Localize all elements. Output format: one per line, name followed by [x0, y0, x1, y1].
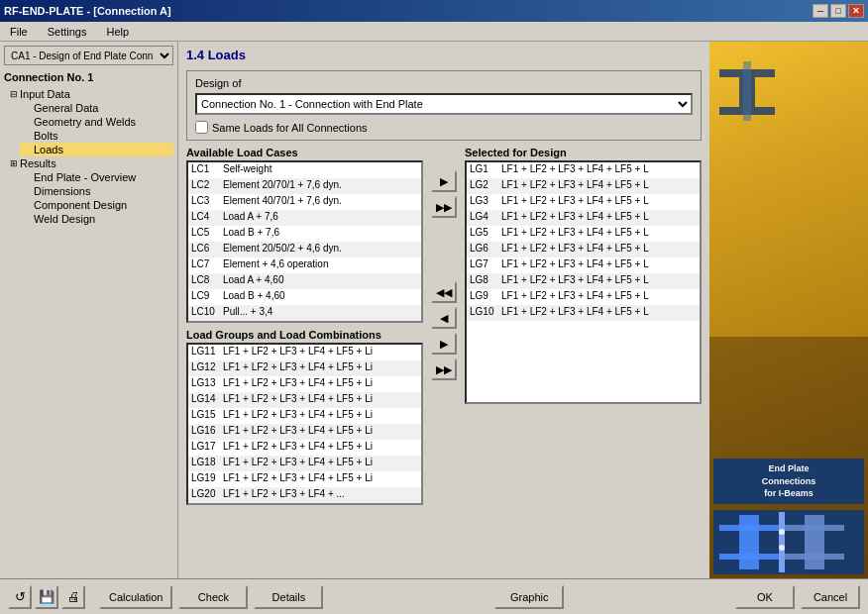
menu-file[interactable]: File	[4, 24, 34, 40]
load-group-item[interactable]: LG14LF1 + LF2 + LF3 + LF4 + LF5 + Li	[188, 392, 421, 408]
content-area: 1.4 Loads Design of Connection No. 1 - C…	[178, 42, 709, 578]
load-group-item[interactable]: LG12LF1 + LF2 + LF3 + LF4 + LF5 + Li	[188, 360, 421, 376]
design-dropdown-row: Connection No. 1 - Connection with End P…	[195, 93, 693, 115]
refresh-icon-button[interactable]: ↺	[8, 585, 32, 609]
loads-label: Loads	[34, 144, 63, 155]
selected-design-item[interactable]: LG8LF1 + LF2 + LF3 + LF4 + LF5 + L	[467, 273, 700, 289]
brand-subtitle-3: for I-Beams	[764, 488, 814, 498]
upper-arrows: ▶ ▶▶	[431, 170, 457, 218]
load-group-item[interactable]: LG20LF1 + LF2 + LF3 + LF4 + ...	[188, 487, 421, 503]
tree-end-plate-overview[interactable]: End Plate - Overview	[20, 170, 173, 184]
load-group-item[interactable]: LG16LF1 + LF2 + LF3 + LF4 + LF5 + Li	[188, 424, 421, 440]
details-button[interactable]: Details	[254, 585, 323, 609]
available-load-cases-title: Available Load Cases	[186, 147, 423, 158]
load-group-item[interactable]: LG11LF1 + LF2 + LF3 + LF4 + LF5 + Li	[188, 345, 421, 360]
same-loads-checkbox[interactable]	[195, 121, 208, 134]
move-left-button[interactable]: ◀	[431, 307, 457, 329]
selected-design-item[interactable]: LG6LF1 + LF2 + LF3 + LF4 + LF5 + L	[467, 242, 700, 257]
design-of-panel: Design of Connection No. 1 - Connection …	[186, 70, 702, 141]
selected-design-item[interactable]: LG9LF1 + LF2 + LF3 + LF4 + LF5 + L	[467, 289, 700, 305]
load-case-item[interactable]: LC2Element 20/70/1 + 7,6 dyn.	[188, 178, 421, 194]
lower-arrows: ◀◀ ◀ ▶ ▶▶	[431, 281, 457, 380]
tree-section: ⊟ Input Data General Data Geometry and W…	[6, 87, 173, 226]
tree-input-data[interactable]: ⊟ Input Data	[6, 87, 173, 101]
svg-rect-9	[805, 515, 824, 569]
tree-results[interactable]: ⊞ Results	[6, 156, 173, 170]
brand-subtitle: End Plate Connections for I-Beams	[713, 459, 864, 504]
move-lg-right-button[interactable]: ▶	[431, 333, 457, 355]
brand-subtitle-1: End Plate	[768, 463, 809, 473]
tree-general-data[interactable]: General Data	[20, 101, 173, 115]
load-group-item[interactable]: LG15LF1 + LF2 + LF3 + LF4 + LF5 + Li	[188, 408, 421, 424]
load-case-item[interactable]: LC1Self-weight	[188, 162, 421, 178]
move-all-right-button[interactable]: ▶▶	[431, 196, 457, 218]
load-case-item[interactable]: LC10Pull... + 3,4	[188, 305, 421, 321]
svg-point-12	[779, 545, 785, 551]
tree-bolts[interactable]: Bolts	[20, 129, 173, 143]
tree-geometry-welds[interactable]: Geometry and Welds	[20, 115, 173, 129]
general-data-label: General Data	[34, 102, 98, 114]
component-design-label: Component Design	[34, 199, 127, 211]
selected-design-item[interactable]: LG2LF1 + LF2 + LF3 + LF4 + LF5 + L	[467, 178, 700, 194]
load-group-item[interactable]: LG13LF1 + LF2 + LF3 + LF4 + LF5 + Li	[188, 376, 421, 392]
ok-button[interactable]: OK	[735, 585, 795, 609]
design-dropdown[interactable]: Connection No. 1 - Connection with End P…	[195, 93, 693, 115]
move-right-button[interactable]: ▶	[431, 170, 457, 192]
load-case-item[interactable]: LC7Element + 4,6 operation	[188, 257, 421, 273]
brand-graphic	[717, 61, 777, 121]
menu-help[interactable]: Help	[100, 24, 135, 40]
tree-component-design[interactable]: Component Design	[20, 198, 173, 212]
move-all-lg-right-button[interactable]: ▶▶	[431, 358, 457, 380]
menu-settings[interactable]: Settings	[42, 24, 93, 40]
load-group-item[interactable]: LG17LF1 + LF2 + LF3 + LF4 + LF5 + Li	[188, 440, 421, 456]
load-case-item[interactable]: LC9Load B + 4,60	[188, 289, 421, 305]
selected-design-item[interactable]: LG1LF1 + LF2 + LF3 + LF4 + LF5 + L	[467, 162, 700, 178]
check-button[interactable]: Check	[178, 585, 248, 609]
load-case-item[interactable]: LC5Load B + 7,6	[188, 226, 421, 242]
same-loads-label: Same Loads for All Connections	[212, 122, 368, 134]
selected-design-item[interactable]: LG4LF1 + LF2 + LF3 + LF4 + LF5 + L	[467, 210, 700, 226]
connection-dropdown[interactable]: CA1 - Design of End Plate Conn	[4, 46, 173, 65]
end-plate-overview-label: End Plate - Overview	[34, 171, 136, 183]
results-label: Results	[20, 157, 56, 169]
minimize-button[interactable]: ─	[813, 4, 828, 18]
maximize-button[interactable]: □	[830, 4, 846, 18]
selected-design-item[interactable]: LG7LF1 + LF2 + LF3 + LF4 + LF5 + L	[467, 257, 700, 273]
brand-diagram	[713, 510, 864, 574]
load-case-item[interactable]: LC8Load A + 4,60	[188, 273, 421, 289]
selected-design-item[interactable]: LG10LF1 + LF2 + LF3 + LF4 + LF5 + L	[467, 305, 700, 321]
load-case-item[interactable]: LC3Element 40/70/1 + 7,6 dyn.	[188, 194, 421, 210]
load-case-item[interactable]: LC6Element 20/50/2 + 4,6 dyn.	[188, 242, 421, 257]
bolts-label: Bolts	[34, 130, 57, 142]
load-group-item[interactable]: LG18LF1 + LF2 + LF3 + LF4 + LF5 + Li	[188, 456, 421, 471]
menu-bar: File Settings Help	[0, 22, 868, 42]
geometry-welds-label: Geometry and Welds	[34, 116, 136, 128]
load-case-item[interactable]: LC4Load A + 7,6	[188, 210, 421, 226]
tree-loads[interactable]: Loads	[20, 143, 173, 156]
selected-for-design-section: Selected for Design LG1LF1 + LF2 + LF3 +…	[465, 147, 702, 404]
calculation-button[interactable]: Calculation	[99, 585, 172, 609]
design-of-label: Design of	[195, 77, 693, 89]
selected-design-item[interactable]: LG3LF1 + LF2 + LF3 + LF4 + LF5 + L	[467, 194, 700, 210]
close-button[interactable]: ✕	[848, 4, 864, 18]
input-data-children: General Data Geometry and Welds Bolts Lo…	[20, 101, 173, 156]
graphic-button[interactable]: Graphic	[494, 585, 564, 609]
tree-dimensions[interactable]: Dimensions	[20, 184, 173, 198]
branding-inner: RF-END-PLATE End Plate Connections for I…	[709, 42, 868, 578]
move-all-left-button[interactable]: ◀◀	[431, 281, 457, 303]
left-load-section: Available Load Cases LC1Self-weightLC2El…	[186, 147, 423, 404]
cancel-button[interactable]: Cancel	[801, 585, 860, 609]
print-icon-button[interactable]: 🖨	[61, 585, 85, 609]
load-group-item[interactable]: LG19LF1 + LF2 + LF3 + LF4 + LF5 + Li	[188, 471, 421, 487]
status-bar: ↺ 💾 🖨 Calculation Check Details Graphic …	[0, 578, 868, 614]
load-groups-list[interactable]: LG11LF1 + LF2 + LF3 + LF4 + LF5 + LiLG12…	[186, 343, 423, 505]
selected-for-design-list[interactable]: LG1LF1 + LF2 + LF3 + LF4 + LF5 + LLG2LF1…	[465, 160, 702, 404]
selected-design-item[interactable]: LG5LF1 + LF2 + LF3 + LF4 + LF5 + L	[467, 226, 700, 242]
save-icon-button[interactable]: 💾	[35, 585, 58, 609]
expand-icon: ⊟	[8, 89, 20, 99]
section-title: 1.4 Loads	[186, 48, 702, 62]
window-controls: ─ □ ✕	[813, 4, 864, 18]
tree-weld-design[interactable]: Weld Design	[20, 212, 173, 226]
available-load-cases-list[interactable]: LC1Self-weightLC2Element 20/70/1 + 7,6 d…	[186, 160, 423, 323]
brand-subtitle-2: Connections	[762, 476, 816, 486]
